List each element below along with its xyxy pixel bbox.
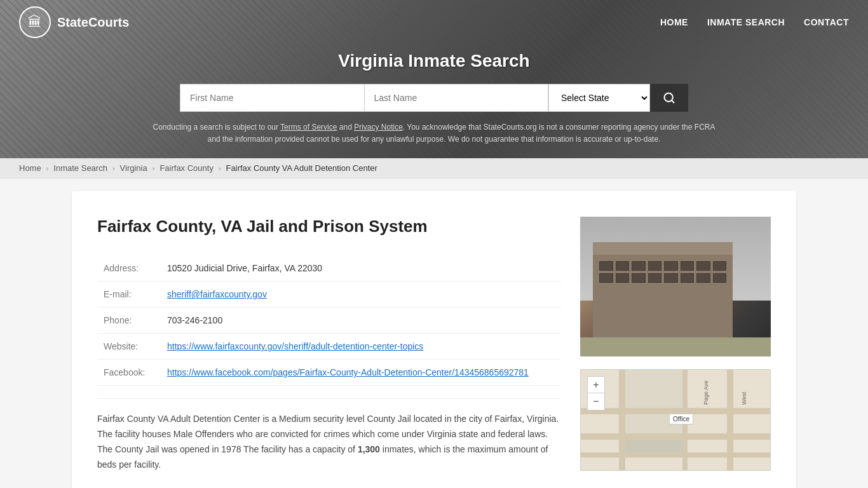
hero-section: Virginia Inmate Search Select State Virg… bbox=[0, 44, 868, 158]
breadcrumb-home[interactable]: Home bbox=[19, 163, 41, 173]
state-select[interactable]: Select State Virginia bbox=[548, 84, 650, 112]
window bbox=[599, 261, 613, 271]
nav-inmate-search[interactable]: INMATE SEARCH bbox=[707, 14, 785, 30]
svg-rect-11 bbox=[625, 440, 682, 452]
phone-label: Phone: bbox=[97, 308, 161, 334]
window bbox=[632, 261, 646, 271]
window bbox=[696, 273, 710, 283]
address-value: 10520 Judicial Drive, Fairfax, VA 22030 bbox=[161, 255, 561, 281]
search-bar: Select State Virginia bbox=[180, 84, 688, 112]
last-name-input[interactable] bbox=[364, 84, 549, 112]
nav-home[interactable]: HOME bbox=[660, 14, 688, 30]
privacy-link[interactable]: Privacy Notice bbox=[354, 123, 403, 132]
first-name-input[interactable] bbox=[180, 84, 364, 112]
facility-description: Fairfax County VA Adult Detention Center… bbox=[97, 398, 561, 472]
logo-text: StateCourts bbox=[57, 15, 129, 30]
info-table: Address: 10520 Judicial Drive, Fairfax, … bbox=[97, 255, 561, 386]
website-label: Website: bbox=[97, 334, 161, 360]
window bbox=[664, 273, 678, 283]
website-link[interactable]: https://www.fairfaxcounty.gov/sheriff/ad… bbox=[167, 341, 423, 351]
terms-link[interactable]: Terms of Service bbox=[280, 123, 337, 132]
facility-heading: Fairfax County, VA Jail and Prison Syste… bbox=[97, 217, 561, 236]
building bbox=[593, 255, 733, 337]
window bbox=[616, 261, 630, 271]
breadcrumb-sep-2: › bbox=[112, 165, 115, 172]
map-zoom-out[interactable]: − bbox=[588, 393, 604, 410]
facebook-label: Facebook: bbox=[97, 360, 161, 386]
address-row: Address: 10520 Judicial Drive, Fairfax, … bbox=[97, 255, 561, 281]
breadcrumb-fairfax-county[interactable]: Fairfax County bbox=[159, 163, 214, 173]
breadcrumb-inmate-search[interactable]: Inmate Search bbox=[53, 163, 107, 173]
facebook-row: Facebook: https://www.facebook.com/pages… bbox=[97, 360, 561, 386]
nav-contact[interactable]: CONTACT bbox=[804, 14, 849, 30]
main-wrapper: Fairfax County, VA Jail and Prison Syste… bbox=[53, 179, 815, 488]
breadcrumb-sep-1: › bbox=[46, 165, 49, 172]
map-zoom-controls: + − bbox=[587, 376, 605, 410]
svg-rect-5 bbox=[581, 452, 770, 458]
map-office-label: Office bbox=[669, 414, 693, 424]
phone-value: 703-246-2100 bbox=[161, 308, 561, 334]
navbar: 🏛 StateCourts HOME INMATE SEARCH CONTACT bbox=[0, 0, 868, 44]
window bbox=[599, 273, 613, 283]
window bbox=[632, 273, 646, 283]
map-zoom-in[interactable]: + bbox=[588, 377, 604, 393]
facebook-value: https://www.facebook.com/pages/Fairfax-C… bbox=[161, 360, 561, 386]
phone-row: Phone: 703-246-2100 bbox=[97, 308, 561, 334]
content-left: Fairfax County, VA Jail and Prison Syste… bbox=[97, 217, 561, 472]
svg-text:Page Ave: Page Ave bbox=[703, 381, 709, 405]
window bbox=[616, 273, 630, 283]
window bbox=[664, 261, 678, 271]
header-content: 🏛 StateCourts HOME INMATE SEARCH CONTACT… bbox=[0, 0, 868, 158]
svg-text:West: West bbox=[741, 392, 747, 405]
website-row: Website: https://www.fairfaxcounty.gov/s… bbox=[97, 334, 561, 360]
header: 🏛 StateCourts HOME INMATE SEARCH CONTACT… bbox=[0, 0, 868, 158]
website-value: https://www.fairfaxcounty.gov/sheriff/ad… bbox=[161, 334, 561, 360]
window bbox=[648, 261, 662, 271]
building-windows bbox=[599, 261, 726, 283]
email-label: E-mail: bbox=[97, 281, 161, 308]
svg-rect-9 bbox=[625, 370, 682, 408]
breadcrumb-current: Fairfax County VA Adult Detention Center bbox=[226, 163, 377, 173]
email-value: sheriff@fairfaxcounty.gov bbox=[161, 281, 561, 308]
window bbox=[681, 273, 695, 283]
window bbox=[696, 261, 710, 271]
disclaimer-text: Conducting a search is subject to our Te… bbox=[148, 121, 720, 146]
svg-rect-6 bbox=[619, 370, 625, 470]
logo-link[interactable]: 🏛 StateCourts bbox=[19, 6, 129, 38]
search-icon bbox=[663, 92, 675, 104]
facebook-link[interactable]: https://www.facebook.com/pages/Fairfax-C… bbox=[167, 367, 529, 377]
breadcrumb-sep-4: › bbox=[219, 165, 221, 172]
content-right: Page Ave West + − Office bbox=[580, 217, 771, 472]
breadcrumb: Home › Inmate Search › Virginia › Fairfa… bbox=[0, 158, 868, 179]
window bbox=[713, 273, 727, 283]
email-row: E-mail: sheriff@fairfaxcounty.gov bbox=[97, 281, 561, 308]
window bbox=[681, 261, 695, 271]
hero-title: Virginia Inmate Search bbox=[13, 51, 855, 71]
breadcrumb-sep-3: › bbox=[153, 165, 155, 172]
email-link[interactable]: sheriff@fairfaxcounty.gov bbox=[167, 289, 267, 299]
breadcrumb-virginia[interactable]: Virginia bbox=[120, 163, 147, 173]
logo-icon: 🏛 bbox=[19, 6, 51, 38]
capacity-bold: 1,300 bbox=[358, 444, 380, 454]
svg-rect-8 bbox=[727, 370, 733, 470]
address-label: Address: bbox=[97, 255, 161, 281]
window bbox=[648, 273, 662, 283]
nav-links: HOME INMATE SEARCH CONTACT bbox=[660, 14, 849, 30]
window bbox=[713, 261, 727, 271]
svg-rect-4 bbox=[581, 433, 770, 440]
svg-line-1 bbox=[672, 100, 674, 103]
map-widget: Page Ave West + − Office bbox=[580, 369, 771, 471]
search-button[interactable] bbox=[650, 84, 688, 112]
ground bbox=[580, 337, 771, 356]
facility-image bbox=[580, 217, 771, 356]
content-card: Fairfax County, VA Jail and Prison Syste… bbox=[72, 191, 796, 488]
